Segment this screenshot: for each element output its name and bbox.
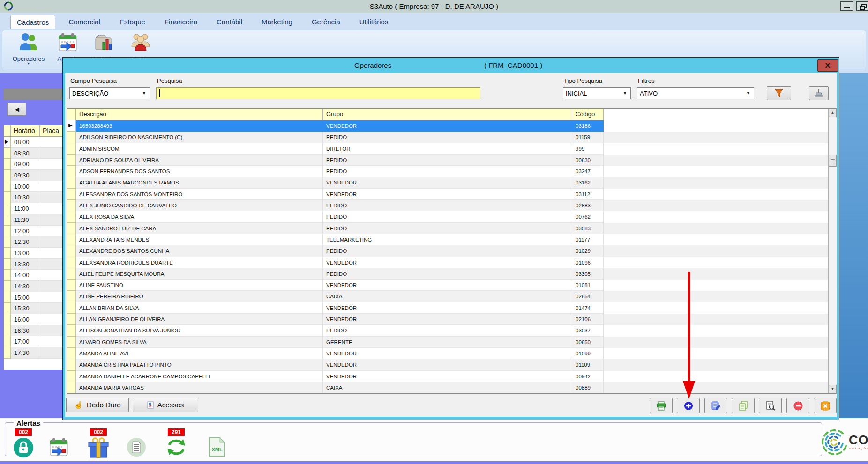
table-row[interactable]: ALLISON JONATHAN DA SULVA JUNIORPEDIDO03… [67, 325, 837, 336]
pesquisa-input[interactable] [156, 87, 480, 99]
print-button[interactable] [650, 398, 673, 413]
table-row[interactable]: ALEXANDRA TAIS MENDESTELEMARKETING01177 [67, 234, 837, 245]
column-header-placa[interactable]: Placa [40, 125, 63, 136]
clear-filter-button[interactable] [809, 86, 829, 100]
table-row[interactable]: ALINE FAUSTINOVENDEDOR01081 [67, 280, 837, 291]
row-indicator-cell [67, 211, 76, 222]
table-row[interactable]: ALVARO GOMES DA SILVAGERENTE00650 [67, 337, 837, 348]
schedule-row[interactable]: 13:00 [4, 248, 63, 259]
column-header-horario[interactable]: Horário [11, 125, 40, 136]
filter-button[interactable] [767, 86, 791, 100]
table-row[interactable]: ALINE PEREIRA RIBEIROCAIXA02654 [67, 291, 837, 302]
filtros-select[interactable]: ATIVO ▼ [637, 87, 754, 99]
cell-descricao: ALESSANDRA DOS SANTOS MONTEIRO [76, 189, 323, 200]
scrollbar-thumb[interactable] [829, 155, 837, 167]
table-row[interactable]: ADILSON RIBEIRO DO NASCIMENTO (C)PEDIDO0… [67, 132, 837, 143]
dedo-duro-button[interactable]: ☝Dedo Duro [66, 398, 129, 412]
placa-cell [40, 303, 63, 314]
ribbon-item-label: Operadores [10, 55, 47, 62]
table-row[interactable]: ALEX SANDRO LUIZ DE CARAPEDIDO03083 [67, 223, 837, 234]
schedule-row[interactable]: 10:30 [4, 192, 63, 203]
maximize-button[interactable] [856, 1, 868, 11]
close-button[interactable] [814, 398, 837, 413]
table-row[interactable]: ALEXANDRE DOS SANTOS CUNHAPEDIDO01029 [67, 245, 837, 257]
cell-codigo: 01109 [572, 359, 604, 370]
scroll-down-button[interactable]: ▼ [829, 385, 837, 393]
schedule-row[interactable]: 16:30 [4, 325, 63, 337]
table-row[interactable]: ADMIN SISCOMDIRETOR999 [67, 143, 837, 155]
table-row[interactable]: ALLAN GRANJEIRO DE OLIVEIRAVENDEDOR02106 [67, 314, 837, 325]
table-row[interactable]: ALEX JUNIO CANDIDO DE CARVALHOPEDIDO0288… [67, 200, 837, 211]
dialog-close-button[interactable]: X [817, 59, 838, 72]
tab-cadastros[interactable]: Cadastros [10, 15, 55, 29]
time-cell: 10:30 [11, 192, 40, 203]
placa-cell [40, 181, 63, 192]
delete-button[interactable] [786, 398, 809, 413]
ribbon-item-operadores[interactable]: Operadores ▼ [10, 31, 47, 65]
tab-financeiro[interactable]: Financeiro [158, 15, 203, 29]
schedule-row[interactable]: 12:00 [4, 226, 63, 237]
schedule-row[interactable]: 09:00 [4, 159, 63, 170]
tab-comercial[interactable]: Comercial [62, 15, 106, 29]
cell-descricao: AMANDA DANIELLE ACARRONE CAMPOS CAPELLI [76, 371, 323, 382]
preview-button[interactable] [759, 398, 782, 413]
table-row[interactable]: ALESSANDRA DOS SANTOS MONTEIROVENDEDOR03… [67, 189, 837, 200]
row-indicator-cell [4, 236, 11, 248]
cell-descricao: ALEXSANDRA RODRIGUES DUARTE [76, 257, 323, 268]
dialog-titlebar[interactable]: Operadores ( FRM_CAD0001 ) X [63, 58, 839, 73]
back-button[interactable]: ◀ [7, 103, 26, 116]
table-row[interactable]: ALLAN BRIAN DA SILVAVENDEDOR01474 [67, 302, 837, 314]
column-header-codigo[interactable]: Código [572, 109, 604, 120]
table-row[interactable]: ALEX ROSA DA SILVAPEDIDO00762 [67, 211, 837, 222]
schedule-row[interactable]: 13:30 [4, 259, 63, 270]
scroll-up-button[interactable]: ▲ [829, 109, 837, 117]
time-cell: 15:00 [11, 292, 40, 303]
edit-button[interactable] [704, 398, 727, 413]
table-row[interactable]: AMANDA MARIA VARGASCAIXA00889 [67, 382, 837, 393]
cell-codigo: 00762 [572, 211, 604, 222]
tab-contábil[interactable]: Contábil [210, 15, 248, 29]
table-row[interactable]: AMANDA CRISTINA PALATTO PINTOVENDEDOR011… [67, 359, 837, 370]
schedule-row[interactable]: 17:00 [4, 336, 63, 347]
table-row[interactable]: ADSON FERNANDES DOS SANTOSPEDIDO03247 [67, 166, 837, 177]
schedule-row[interactable]: 14:30 [4, 281, 63, 292]
schedule-row[interactable]: 16:00 [4, 314, 63, 325]
table-row[interactable]: AMANDA ALINE AVIVENDEDOR01099 [67, 348, 837, 359]
logo-text: CON [849, 433, 868, 448]
row-indicator-cell: ▶ [4, 137, 11, 148]
schedule-row[interactable]: 10:00 [4, 181, 63, 192]
schedule-row[interactable]: 11:00 [4, 203, 63, 214]
table-row[interactable]: ▶16503288493VENDEDOR03186 [67, 120, 837, 132]
schedule-row[interactable]: 15:30 [4, 303, 63, 314]
schedule-row[interactable]: 15:00 [4, 292, 63, 303]
table-row[interactable]: AGATHA ALANIS MARCONDES RAMOSVENDEDOR031… [67, 177, 837, 188]
table-row[interactable]: ALIEL FELIPE MESQUITA MOURAPEDIDO03305 [67, 268, 837, 280]
tipo-pesquisa-select[interactable]: INICIAL ▼ [563, 87, 631, 99]
cell-grupo: VENDEDOR [323, 120, 572, 132]
row-indicator-cell [67, 189, 76, 200]
column-header-descricao[interactable]: Descrição [76, 109, 323, 120]
table-row[interactable]: ALEXSANDRA RODRIGUES DUARTEVENDEDOR01096 [67, 257, 837, 268]
schedule-row[interactable]: ▶08:00 [4, 137, 63, 148]
vertical-scrollbar[interactable]: ▲ ▼ [828, 109, 837, 393]
tab-utilitários[interactable]: Utilitários [353, 15, 395, 29]
acessos-button[interactable]: Acessos [133, 398, 198, 412]
schedule-row[interactable]: 11:30 [4, 214, 63, 226]
campo-pesquisa-select[interactable]: DESCRIÇÃO ▼ [69, 87, 150, 99]
schedule-row[interactable]: 09:30 [4, 170, 63, 181]
tab-estoque[interactable]: Estoque [113, 15, 151, 29]
copy-button[interactable] [732, 398, 755, 413]
schedule-row[interactable]: 14:00 [4, 270, 63, 281]
time-cell: 17:00 [11, 336, 40, 347]
column-header-grupo[interactable]: Grupo [323, 109, 572, 120]
schedule-row[interactable]: 17:30 [4, 347, 63, 359]
tab-marketing[interactable]: Marketing [255, 15, 299, 29]
table-row[interactable]: AMANDA DANIELLE ACARRONE CAMPOS CAPELLIV… [67, 371, 837, 382]
schedule-row[interactable]: 12:30 [4, 236, 63, 248]
minimize-button[interactable] [840, 1, 853, 11]
tab-gerência[interactable]: Gerência [306, 15, 346, 29]
row-indicator-cell [67, 200, 76, 211]
time-cell: 11:30 [11, 214, 40, 226]
table-row[interactable]: ADRIANO DE SOUZA OLIVEIRAPEDIDO00630 [67, 155, 837, 166]
schedule-row[interactable]: 08:30 [4, 148, 63, 159]
